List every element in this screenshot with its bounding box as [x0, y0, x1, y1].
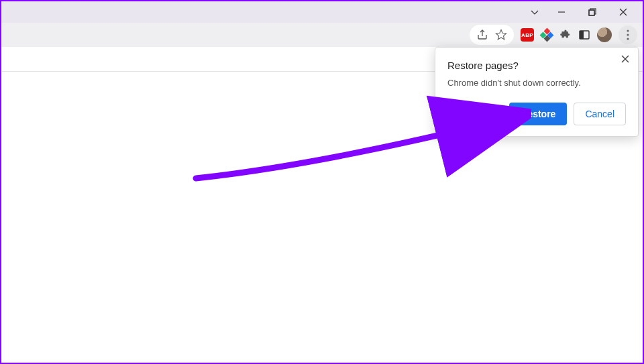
svg-point-9 [627, 29, 629, 32]
svg-marker-6 [496, 30, 506, 40]
page-content: Restore pages? Chrome didn't shut down c… [1, 47, 643, 363]
window-close-button[interactable] [608, 2, 639, 22]
dialog-close-button[interactable] [618, 52, 633, 66]
cancel-button[interactable]: Cancel [574, 103, 626, 125]
extensions-puzzle-icon[interactable] [559, 29, 572, 41]
maximize-button[interactable] [577, 2, 608, 22]
restore-button[interactable]: Restore [509, 103, 567, 125]
chevron-down-icon[interactable] [523, 2, 546, 22]
svg-rect-8 [580, 31, 584, 39]
kebab-menu-button[interactable] [619, 25, 637, 44]
extension-diamond-icon[interactable] [541, 29, 553, 41]
svg-point-11 [627, 38, 629, 40]
browser-toolbar: ABP [1, 23, 643, 47]
restore-pages-dialog: Restore pages? Chrome didn't shut down c… [435, 47, 639, 137]
dialog-title: Restore pages? [447, 60, 626, 71]
star-icon[interactable] [495, 29, 507, 41]
address-bar-actions [470, 25, 514, 45]
profile-avatar[interactable] [597, 27, 612, 42]
svg-point-10 [627, 34, 629, 36]
window-titlebar [1, 1, 643, 23]
side-panel-icon[interactable] [578, 29, 590, 41]
dialog-message: Chrome didn't shut down correctly. [447, 78, 626, 88]
minimize-button[interactable] [546, 2, 577, 22]
dialog-actions: Restore Cancel [447, 103, 626, 125]
abp-extension-icon[interactable]: ABP [521, 28, 534, 42]
svg-rect-2 [589, 10, 594, 15]
share-icon[interactable] [476, 29, 488, 41]
